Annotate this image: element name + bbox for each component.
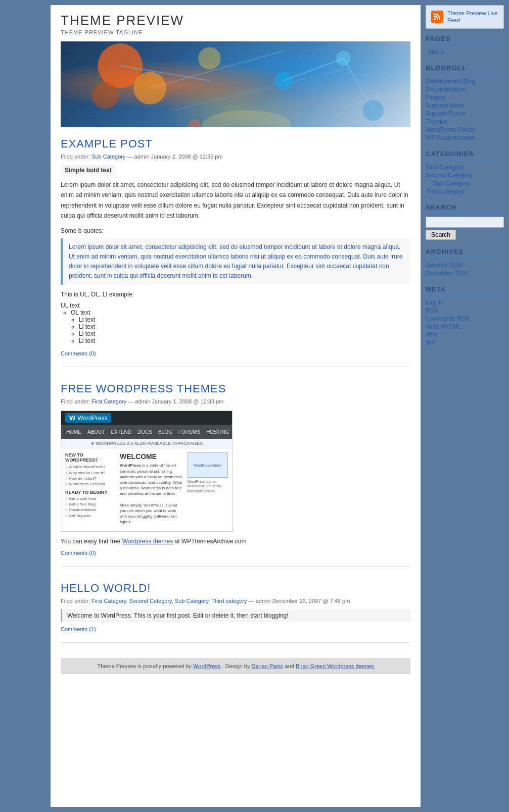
- feed-label[interactable]: Theme Preview Live Feed: [447, 10, 498, 24]
- footer-text-before: Theme Preview is proudly powered by: [98, 663, 192, 669]
- post-title-free[interactable]: FREE WORDPRESS THEMES: [61, 382, 410, 395]
- site-footer: Theme Preview is proudly powered by Word…: [61, 658, 410, 674]
- blogroll-wp-custom[interactable]: WP Customization: [426, 134, 504, 142]
- post-meta-hello: Filed under: First Category, Second Cate…: [61, 598, 410, 604]
- wp-content-area: NEW TO WORDPRESS? ○ What is WordPress? ○…: [61, 448, 232, 532]
- free-text-before: You can easy find free: [61, 538, 120, 545]
- svg-point-13: [189, 119, 201, 127]
- cat-sub[interactable]: Sub Category: [426, 179, 504, 187]
- blogroll-dev-blog[interactable]: Development Blog: [426, 77, 504, 85]
- hw-cat-2[interactable]: Second Category: [129, 598, 172, 604]
- blogroll-themes[interactable]: Themes: [426, 118, 504, 126]
- wp-nav-forums: FORUMS: [178, 429, 200, 435]
- free-themes-text: You can easy find free Wordpress themes …: [61, 538, 410, 545]
- header-image: [61, 41, 410, 127]
- wp-promo-image: WordPress Admin: [188, 452, 228, 478]
- blogroll-wp-planet[interactable]: WordPress Planet: [426, 126, 504, 134]
- post-title-hello[interactable]: HELLO WORLD!: [61, 582, 410, 595]
- post-meta-rest: — admin January 2, 2008 @ 12:35 pm: [127, 154, 222, 160]
- main-content: THEME PREVIEW THEME PREVIEW TAGLINE: [51, 5, 421, 807]
- footer-wp-link[interactable]: WordPress: [193, 663, 220, 669]
- ul-label: This is UL, OL, LI example:: [61, 291, 410, 298]
- sidebar-search: SEARCH Search: [426, 204, 504, 240]
- feed-box[interactable]: Theme Preview Live Feed: [426, 5, 504, 29]
- post-meta-free: Filed under: First Category — admin Janu…: [61, 398, 410, 404]
- hw-cat-1[interactable]: First Category: [91, 598, 126, 604]
- archive-dec-2007[interactable]: December 2007: [426, 269, 504, 277]
- hw-cat-3[interactable]: Sub Category: [175, 598, 208, 604]
- search-button[interactable]: Search: [426, 230, 456, 240]
- comments-anchor-3[interactable]: Comments (1): [61, 626, 96, 632]
- post-category-link[interactable]: Sub Category: [91, 154, 125, 160]
- svg-point-14: [434, 18, 436, 20]
- meta-xfn[interactable]: XFN: [426, 331, 504, 339]
- li-item-3: Li text: [79, 330, 410, 337]
- bold-text: Simple bold text: [61, 165, 116, 176]
- wp-welcome-text: WordPress is a state-of-the-art semantic…: [120, 463, 183, 532]
- wp-nav-hosting: HOSTING: [206, 429, 229, 435]
- blogroll-docs[interactable]: Documentation: [426, 85, 504, 93]
- blogroll-suggest-ideas[interactable]: Suggest Ideas: [426, 102, 504, 110]
- svg-point-7: [275, 72, 293, 89]
- meta-wp[interactable]: WP: [426, 339, 504, 347]
- wp-begin-links: ○ find a web host ○ Get a free blog ○ Do…: [65, 496, 116, 519]
- wp-side-image: WordPress Admin WordPress' admin interfa…: [188, 452, 228, 532]
- bquote-label: Some b-quotes:: [61, 227, 410, 234]
- wp-nav-extend: EXTEND: [111, 429, 131, 435]
- svg-point-10: [202, 111, 292, 127]
- sidebar-page-about[interactable]: About: [426, 48, 504, 56]
- wp-admin-desc: WordPress' admin interface is one of the…: [188, 479, 228, 493]
- search-input[interactable]: [426, 217, 504, 228]
- post-hello-world: HELLO WORLD! Filed under: First Category…: [61, 582, 410, 643]
- footer-darjan-link[interactable]: Darjan Panic: [251, 663, 283, 669]
- wp-welcome-heading: WELCOME: [120, 452, 183, 461]
- lorem-text: Lorem ipsum dolor sit amet, consectetur …: [61, 180, 410, 221]
- search-title: SEARCH: [426, 204, 504, 214]
- sidebar-blogroll: BLOGROLL Development Blog Documentation …: [426, 64, 504, 142]
- wp-nav-blog: BLOG: [158, 429, 172, 435]
- meta-rss[interactable]: RSS: [426, 307, 504, 315]
- wp-sidebar-small: NEW TO WORDPRESS? ○ What is WordPress? ○…: [65, 452, 116, 532]
- li-item-4: Li text: [79, 337, 410, 344]
- cat-third[interactable]: Third category: [426, 187, 504, 195]
- wp-ready: READY TO BEGIN?: [65, 490, 116, 495]
- comments-anchor-2[interactable]: Comments (0): [61, 550, 96, 556]
- footer-brian-link[interactable]: Brian Green Wordpress themes: [296, 663, 374, 669]
- meta-comments-rss[interactable]: Comments RSS: [426, 315, 504, 323]
- post-category-link-2[interactable]: First Category: [91, 398, 126, 404]
- comments-link-1[interactable]: Comments (0): [61, 350, 410, 357]
- blockquote-text: Lorem ipsum dolor sit amet, consectetur …: [69, 242, 404, 281]
- post-title-example[interactable]: EXAMPLE POST: [61, 137, 410, 150]
- wordpress-themes-link[interactable]: Wordpress themes: [122, 538, 173, 545]
- meta-valid-xhtml[interactable]: Valid XHTML: [426, 323, 504, 331]
- comments-link-3[interactable]: Comments (1): [61, 626, 410, 632]
- categories-title: CATEGORIES: [426, 150, 504, 160]
- meta-title: META: [426, 285, 504, 295]
- ul-text: UL text: [61, 302, 410, 309]
- cat-first[interactable]: First Category: [426, 163, 504, 171]
- wp-nav-docs: DOCS: [137, 429, 152, 435]
- blogroll-plugins[interactable]: Plugins: [426, 93, 504, 102]
- cat-second[interactable]: Second Category: [426, 171, 504, 179]
- archives-title: ARCHIVES: [426, 248, 504, 258]
- li-item-2: Li text: [79, 323, 410, 330]
- footer-text-and: and: [285, 663, 294, 669]
- site-tagline: THEME PREVIEW TAGLINE: [61, 29, 410, 35]
- meta-login[interactable]: Log in: [426, 298, 504, 307]
- wp-banner: ★ WORDPRESS 2.5 ALSO AVAILABLE IN PACKAG…: [61, 439, 232, 448]
- comments-link-2[interactable]: Comments (0): [61, 550, 410, 556]
- filed-under-label-3: Filed under:: [61, 598, 90, 604]
- wp-nav-bar: HOME ABOUT EXTEND DOCS BLOG FORUMS HOSTI…: [61, 425, 232, 439]
- blogroll-support-forum[interactable]: Support Forum: [426, 110, 504, 118]
- li-item-1: Li text: [79, 316, 410, 323]
- archive-jan-2008[interactable]: January 2008: [426, 261, 504, 269]
- blogroll-title: BLOGROLL: [426, 64, 504, 74]
- wp-screenshot: W WordPress HOME ABOUT EXTEND DOCS BLOG …: [61, 411, 233, 532]
- welcome-text: Welcome to WordPress. This is your first…: [61, 609, 410, 622]
- hw-cat-4[interactable]: Third category: [211, 598, 247, 604]
- rss-icon: [431, 11, 443, 23]
- footer-text-middle: . Design by: [222, 663, 250, 669]
- wp-main-area: WELCOME WordPress is a state-of-the-art …: [120, 452, 183, 532]
- ol-item: OL text: [71, 309, 410, 316]
- comments-anchor-1[interactable]: Comments (0): [61, 350, 96, 357]
